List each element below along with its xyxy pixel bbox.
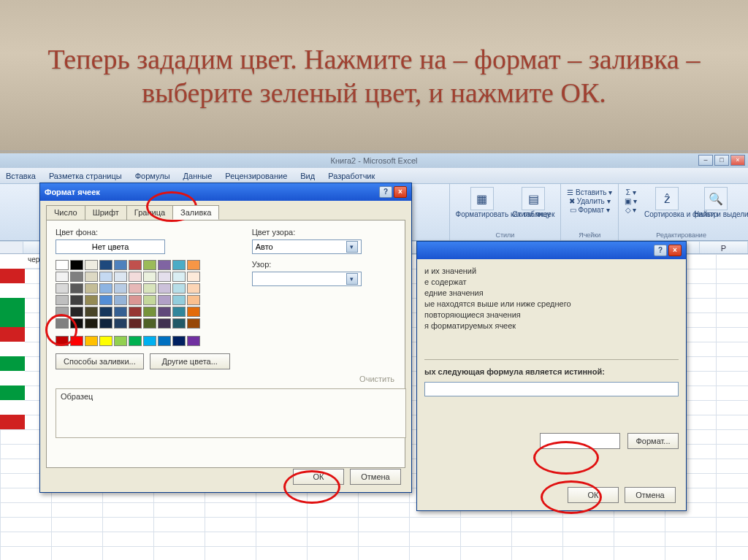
cells-delete[interactable]: ✖ Удалить ▾	[567, 197, 612, 205]
format-cells-titlebar[interactable]: Формат ячеек ? ×	[40, 183, 411, 201]
color-swatch[interactable]	[172, 318, 186, 329]
color-swatch[interactable]	[99, 272, 112, 282]
color-swatch[interactable]	[114, 318, 127, 329]
color-swatch[interactable]	[172, 260, 186, 270]
color-swatch[interactable]	[129, 272, 142, 282]
format-as-table-icon[interactable]: ▦	[470, 187, 494, 210]
color-swatch[interactable]	[114, 295, 127, 305]
color-swatch[interactable]	[187, 307, 200, 317]
color-swatch[interactable]	[85, 283, 98, 294]
help-button[interactable]: ?	[379, 186, 392, 198]
pattern-color-dropdown[interactable]: Авто ▾	[252, 239, 362, 254]
color-swatch[interactable]	[114, 272, 127, 282]
color-swatch[interactable]	[85, 307, 98, 317]
tab-font[interactable]: Шрифт	[85, 205, 127, 220]
color-swatch[interactable]	[172, 272, 186, 282]
color-swatch[interactable]	[99, 307, 112, 317]
color-swatch[interactable]	[85, 295, 98, 305]
color-swatch[interactable]	[114, 260, 127, 270]
close-button[interactable]: ×	[730, 155, 745, 166]
color-swatch[interactable]	[172, 295, 186, 305]
menu-review[interactable]: Рецензирование	[225, 172, 287, 180]
color-swatch[interactable]	[56, 295, 69, 305]
color-swatch[interactable]	[158, 318, 171, 329]
color-swatch[interactable]	[158, 307, 171, 317]
tab-border[interactable]: Граница	[126, 205, 173, 220]
color-swatch[interactable]	[85, 260, 98, 270]
color-swatch[interactable]	[187, 283, 200, 294]
color-swatch[interactable]	[99, 295, 112, 305]
pattern-style-dropdown[interactable]: ▾	[252, 272, 362, 286]
minimize-button[interactable]: –	[698, 155, 713, 166]
col-p[interactable]: P	[700, 242, 748, 253]
close-icon[interactable]: ×	[668, 245, 682, 256]
color-swatch[interactable]	[70, 318, 83, 329]
color-swatch[interactable]	[143, 336, 156, 346]
clear-icon[interactable]: ◇ ▾	[625, 206, 637, 214]
color-swatch[interactable]	[172, 283, 186, 294]
color-swatch[interactable]	[70, 272, 83, 282]
clear-button[interactable]: Очистить	[359, 375, 394, 383]
color-swatch[interactable]	[70, 260, 83, 270]
color-swatch[interactable]	[129, 307, 142, 317]
color-swatch[interactable]	[129, 318, 142, 329]
color-swatch[interactable]	[187, 318, 200, 329]
color-swatch[interactable]	[158, 336, 171, 346]
color-swatch[interactable]	[158, 283, 171, 294]
formula-input[interactable]	[424, 382, 679, 396]
color-swatch[interactable]	[70, 307, 83, 317]
color-swatch[interactable]	[56, 307, 69, 317]
menu-developer[interactable]: Разработчик	[328, 172, 375, 180]
color-swatch[interactable]	[143, 272, 156, 282]
ok-button[interactable]: ОК	[293, 469, 344, 485]
menu-view[interactable]: Вид	[300, 172, 315, 180]
color-swatch[interactable]	[143, 260, 156, 270]
color-swatch[interactable]	[56, 260, 69, 270]
autosum-icon[interactable]: Σ ▾	[625, 188, 637, 196]
color-swatch[interactable]	[158, 295, 171, 305]
color-swatch[interactable]	[99, 283, 112, 294]
menu-page-layout[interactable]: Разметка страницы	[49, 172, 122, 180]
sort-filter-icon[interactable]: ẑ	[655, 187, 679, 210]
color-swatch[interactable]	[99, 336, 112, 346]
color-swatch[interactable]	[114, 307, 127, 317]
help-button[interactable]: ?	[654, 245, 667, 256]
color-swatch[interactable]	[129, 260, 142, 270]
cancel-button[interactable]: Отмена	[350, 469, 401, 485]
color-swatch[interactable]	[56, 272, 69, 282]
close-icon[interactable]: ×	[394, 186, 407, 198]
format-button[interactable]: Формат...	[627, 433, 679, 449]
more-colors-button[interactable]: Другие цвета...	[150, 353, 230, 369]
color-swatch[interactable]	[114, 283, 127, 294]
color-swatch[interactable]	[143, 307, 156, 317]
color-swatch[interactable]	[187, 260, 200, 270]
color-swatch[interactable]	[158, 272, 171, 282]
color-swatch[interactable]	[56, 318, 69, 329]
color-swatch[interactable]	[85, 272, 98, 282]
tab-fill[interactable]: Заливка	[172, 205, 219, 220]
color-swatch[interactable]	[158, 260, 171, 270]
color-swatch[interactable]	[187, 295, 200, 305]
no-color-button[interactable]: Нет цвета	[56, 239, 165, 254]
cond-ok-button[interactable]: ОК	[568, 487, 619, 503]
color-swatch[interactable]	[99, 318, 112, 329]
color-swatch[interactable]	[70, 295, 83, 305]
fill-effects-button[interactable]: Способы заливки...	[56, 353, 144, 369]
maximize-button[interactable]: □	[714, 155, 729, 166]
color-swatch[interactable]	[70, 283, 83, 294]
menu-insert[interactable]: Вставка	[6, 172, 36, 180]
color-swatch[interactable]	[187, 336, 200, 346]
color-swatch[interactable]	[129, 283, 142, 294]
color-swatch[interactable]	[143, 318, 156, 329]
menu-formulas[interactable]: Формулы	[135, 172, 170, 180]
cond-cancel-button[interactable]: Отмена	[625, 487, 676, 503]
color-swatch[interactable]	[56, 336, 69, 346]
color-swatch[interactable]	[172, 336, 186, 346]
cond-dialog-titlebar[interactable]: ? ×	[417, 242, 686, 259]
cells-insert[interactable]: ☰ Вставить ▾	[567, 188, 612, 196]
cell-styles-icon[interactable]: ▤	[522, 187, 545, 210]
color-swatch[interactable]	[85, 336, 98, 346]
color-swatch[interactable]	[129, 295, 142, 305]
menu-data[interactable]: Данные	[183, 172, 213, 180]
color-swatch[interactable]	[70, 336, 83, 346]
